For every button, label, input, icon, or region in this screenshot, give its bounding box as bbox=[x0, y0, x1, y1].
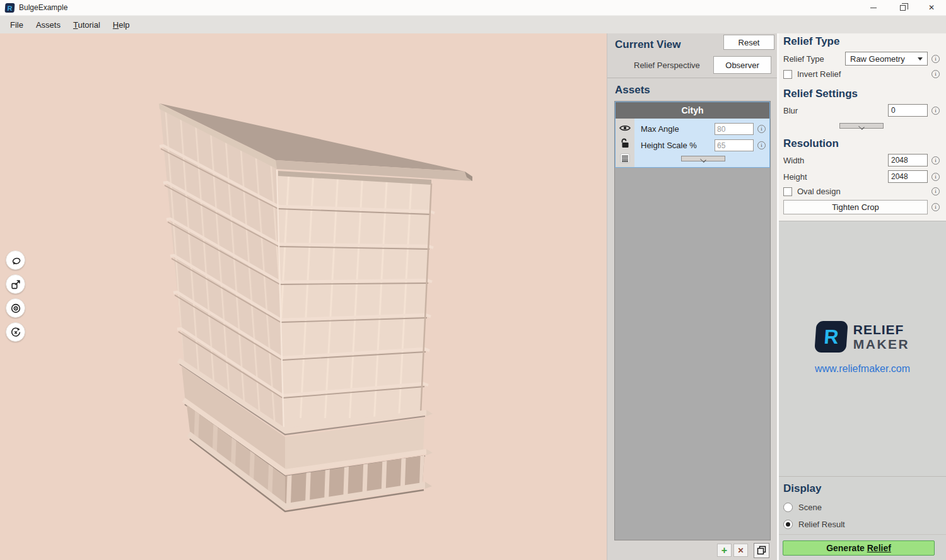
orbit-rotate-button[interactable] bbox=[6, 250, 25, 270]
info-icon[interactable] bbox=[931, 173, 940, 181]
scene-radio[interactable] bbox=[783, 503, 793, 512]
info-icon[interactable] bbox=[931, 203, 940, 211]
info-icon[interactable] bbox=[757, 125, 766, 133]
generate-relief-button[interactable]: Generate Relief bbox=[783, 540, 935, 556]
title-bar: R BulgeExample ✕ bbox=[0, 0, 946, 16]
menu-help[interactable]: Help bbox=[107, 17, 136, 33]
expand-view-icon bbox=[9, 278, 22, 291]
logo-text-relief: RELIEF bbox=[853, 322, 910, 337]
blur-input[interactable] bbox=[888, 104, 928, 117]
blur-label: Blur bbox=[783, 106, 888, 115]
height-scale-input[interactable] bbox=[715, 139, 754, 151]
relief-type-label: Relief Type bbox=[783, 54, 845, 64]
info-icon[interactable] bbox=[931, 156, 940, 165]
asset-actions-bar: + ✕ bbox=[607, 540, 777, 560]
3d-viewport[interactable] bbox=[0, 33, 607, 560]
relief-settings-title: Relief Settings bbox=[783, 88, 940, 100]
asset-card-cityh: Cityh Ma bbox=[615, 102, 770, 168]
oval-design-label: Oval design bbox=[797, 187, 928, 196]
window-title: BulgeExample bbox=[19, 3, 67, 12]
invert-relief-label: Invert Relief bbox=[797, 69, 928, 79]
relief-perspective-label: Relief Perspective bbox=[634, 61, 700, 70]
width-label: Width bbox=[783, 156, 888, 165]
branding-area: R RELIEF MAKER www.reliefmaker.com bbox=[779, 221, 946, 476]
menu-tutorial[interactable]: Tutorial bbox=[67, 17, 107, 33]
info-icon[interactable] bbox=[931, 70, 940, 78]
width-input[interactable] bbox=[888, 154, 928, 166]
window-controls: ✕ bbox=[859, 0, 946, 15]
info-icon[interactable] bbox=[931, 187, 940, 195]
resolution-title: Resolution bbox=[783, 137, 940, 150]
height-input[interactable] bbox=[888, 170, 928, 183]
max-angle-label: Max Angle bbox=[641, 124, 715, 134]
invert-relief-checkbox[interactable] bbox=[783, 70, 792, 79]
remove-asset-button[interactable]: ✕ bbox=[733, 544, 748, 557]
oval-design-checkbox[interactable] bbox=[783, 187, 792, 196]
collapse-settings-chevron[interactable] bbox=[839, 123, 884, 129]
expand-view-button[interactable] bbox=[6, 274, 25, 294]
minimize-button[interactable] bbox=[859, 0, 888, 15]
menu-bar: File Assets Tutorial Help bbox=[0, 16, 946, 33]
reset-rotation-button[interactable] bbox=[6, 322, 25, 342]
info-icon[interactable] bbox=[931, 107, 940, 115]
assets-title: Assets bbox=[615, 84, 777, 96]
logo-text-maker: MAKER bbox=[853, 337, 910, 351]
settings-panel: Relief Type Relief Type Raw Geometry Inv… bbox=[777, 33, 946, 560]
collapse-asset-chevron[interactable] bbox=[681, 156, 725, 161]
focus-target-icon bbox=[9, 302, 22, 315]
observer-button[interactable]: Observer bbox=[713, 56, 771, 74]
asset-card-header[interactable]: Cityh bbox=[616, 102, 769, 119]
viewport-toolbar bbox=[6, 250, 25, 342]
generate-strip: Generate Relief bbox=[779, 534, 946, 560]
info-icon[interactable] bbox=[757, 141, 766, 149]
relief-type-dropdown[interactable]: Raw Geometry bbox=[845, 52, 928, 66]
relief-result-radio[interactable] bbox=[783, 520, 793, 529]
orbit-rotate-icon bbox=[9, 254, 22, 267]
reliefmaker-url-link[interactable]: www.reliefmaker.com bbox=[815, 363, 910, 375]
asset-list: Cityh Ma bbox=[614, 101, 771, 540]
height-scale-label: Height Scale % bbox=[641, 141, 715, 150]
display-option-relief-result[interactable]: Relief Result bbox=[783, 520, 938, 529]
restore-icon bbox=[900, 5, 906, 11]
scene-panel: Current View Reset Relief Perspective Ob… bbox=[607, 33, 777, 560]
display-option-scene[interactable]: Scene bbox=[783, 503, 938, 512]
relief-settings-group: Relief Type Relief Type Raw Geometry Inv… bbox=[779, 33, 946, 221]
properties-list-icon[interactable] bbox=[619, 153, 631, 163]
visibility-eye-icon[interactable] bbox=[619, 123, 631, 133]
max-angle-input[interactable] bbox=[715, 123, 754, 135]
display-title: Display bbox=[783, 482, 938, 495]
menu-assets[interactable]: Assets bbox=[30, 17, 67, 33]
add-asset-button[interactable]: + bbox=[717, 544, 732, 557]
minimize-icon bbox=[870, 8, 877, 8]
focus-target-button[interactable] bbox=[6, 298, 25, 318]
reset-button[interactable]: Reset bbox=[723, 35, 774, 50]
menu-file[interactable]: File bbox=[4, 17, 30, 33]
lock-icon[interactable] bbox=[619, 138, 631, 148]
info-icon[interactable] bbox=[931, 55, 940, 63]
current-view-section: Current View Reset Relief Perspective Ob… bbox=[607, 33, 777, 78]
tighten-crop-button[interactable]: Tighten Crop bbox=[783, 200, 928, 214]
reliefmaker-logo-icon: R bbox=[814, 321, 848, 353]
duplicate-asset-button[interactable] bbox=[754, 543, 769, 558]
duplicate-icon bbox=[757, 545, 766, 555]
close-icon: ✕ bbox=[928, 4, 935, 11]
relief-type-title: Relief Type bbox=[783, 35, 940, 48]
display-section: Display Scene Relief Result bbox=[779, 476, 946, 534]
close-button[interactable]: ✕ bbox=[917, 0, 946, 15]
height-label: Height bbox=[783, 172, 888, 182]
restore-button[interactable] bbox=[888, 0, 917, 15]
chevron-down-icon bbox=[918, 57, 923, 61]
app-icon: R bbox=[4, 3, 15, 13]
asset-tool-strip bbox=[616, 119, 634, 167]
building-model bbox=[0, 33, 607, 560]
reset-rotation-icon bbox=[9, 326, 22, 339]
